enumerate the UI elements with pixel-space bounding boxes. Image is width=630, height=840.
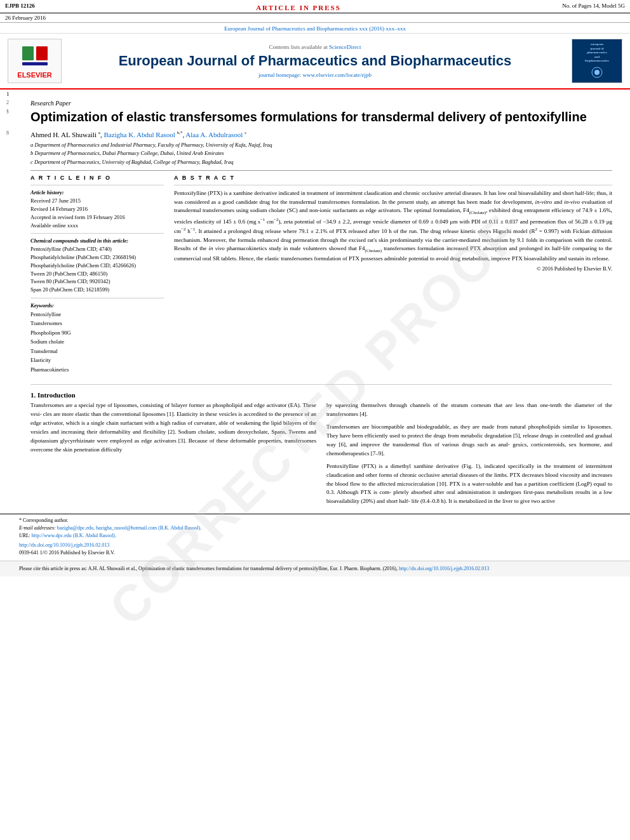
article-in-press-badge: ARTICLE IN PRESS — [35, 3, 562, 11]
citation-bar: Please cite this article in press as: A.… — [0, 561, 630, 577]
svg-rect-0 — [22, 46, 34, 60]
email-line: E-mail addresses: bazigha@dpc.edu, bazig… — [19, 524, 611, 532]
elsevier-logo-area: ELSEVIER — [8, 39, 65, 83]
citation-doi[interactable]: http://dx.doi.org/10.1016/j.ejpb.2016.02… — [399, 566, 489, 571]
divider-chem — [30, 233, 164, 234]
intro-col-left: Transfersomes are a special type of lipo… — [30, 401, 316, 506]
divider-abs — [174, 185, 612, 185]
line-num-8: 8 — [6, 130, 9, 136]
chem-5: Span 20 (PubChem CID; 16218599) — [30, 286, 164, 294]
abstract-header: A B S T R A C T — [174, 175, 612, 181]
authors-line: Ahmed H. AL Shuwaili a, Bazigha K. Abdul… — [30, 130, 612, 138]
available-date: Available online xxxx — [30, 222, 164, 230]
journal-id: EJPB 12126 — [5, 3, 35, 9]
top-header: EJPB 12126 ARTICLE IN PRESS No. of Pages… — [0, 0, 630, 13]
intro-text-right-2: Transfersomes are biocompatible and biod… — [326, 423, 612, 458]
kw-5: Elasticity — [30, 356, 164, 364]
page-number: 1 — [6, 91, 10, 97]
divider-ai — [30, 185, 164, 185]
elsevier-wordmark: ELSEVIER — [17, 71, 51, 79]
chemicals-group: Chemical compounds studied in this artic… — [30, 237, 164, 294]
revised-date: Revised 14 February 2016 — [30, 205, 164, 213]
intro-text-left: Transfersomes are a special type of lipo… — [30, 401, 316, 455]
accepted-date: Accepted in revised form 19 February 201… — [30, 213, 164, 222]
page-number-row: 1 — [0, 90, 630, 97]
chem-3: Tween 20 (PubChem CID; 486150) — [30, 270, 164, 278]
citation-text: Please cite this article in press as: A.… — [19, 566, 398, 571]
contents-note: Contents lists available at ScienceDirec… — [71, 44, 559, 50]
pages-model: No. of Pages 14, Model 5G — [562, 3, 625, 9]
article-info-col: A R T I C L E I N F O Article history: R… — [30, 175, 164, 378]
affiliation-c: c Department of Pharmaceutics, Universit… — [30, 158, 612, 167]
date-bar: 26 February 2016 — [0, 13, 630, 23]
kw-1: Transfersomes — [30, 319, 164, 328]
abstract-col: A B S T R A C T Pentoxifylline (PTX) is … — [174, 175, 612, 378]
footer-url[interactable]: http://www.dpc.edu (B.K. Abdul Rasool). — [32, 533, 116, 538]
affiliation-b: b Department of Pharmaceutics, Dubai Pha… — [30, 149, 612, 158]
footer: * Corresponding author. E-mail addresses… — [0, 514, 630, 558]
chem-0: Pentoxifylline (PubChem CID; 4740) — [30, 245, 164, 253]
divider-kw — [30, 298, 164, 298]
divider-1 — [30, 170, 612, 171]
sciencedirect-link[interactable]: ScienceDirect — [329, 44, 361, 50]
divider-body — [30, 384, 612, 385]
introduction-section: 1. Introduction Transfersomes are a spec… — [30, 391, 612, 506]
url-line: URL: http://www.dpc.edu (B.K. Abdul Raso… — [19, 532, 611, 540]
keywords-group: Keywords: Pentoxifylline Transfersomes P… — [30, 302, 164, 374]
received-date: Received 27 June 2015 — [30, 197, 164, 205]
elsevier-logo: ELSEVIER — [8, 39, 62, 83]
affiliations: a Department of Pharmaceutics and Indust… — [30, 141, 612, 167]
kw-4: Transdermal — [30, 347, 164, 356]
journal-banner: European Journal of Pharmaceutics and Bi… — [0, 23, 630, 34]
chemicals-label: Chemical compounds studied in this artic… — [30, 237, 164, 244]
ejpb-logo: europeanjournal ofpharmaceuticsandbiopha… — [572, 39, 622, 83]
intro-text-right: by squeezing themselves through channels… — [326, 401, 612, 419]
chem-4: Tween 80 (PubChem CID; 9920342) — [30, 277, 164, 286]
footer-copyright: 0939-641 1/© 2016 Published by Elsevier … — [19, 550, 611, 556]
journal-homepage: journal homepage: www.elsevier.com/locat… — [71, 72, 559, 78]
intro-heading: 1. Introduction — [30, 391, 76, 399]
journal-header: ELSEVIER Contents lists available at Sci… — [0, 34, 630, 90]
line-num-2: 2 — [6, 100, 9, 105]
corresponding-note: * Corresponding author. — [19, 517, 611, 524]
keywords-label: Keywords: — [30, 302, 164, 309]
journal-main-title: European Journal of Pharmaceutics and Bi… — [71, 53, 559, 69]
svg-rect-2 — [22, 62, 48, 65]
journal-title-block: Contents lists available at ScienceDirec… — [71, 44, 559, 78]
svg-point-4 — [594, 70, 600, 75]
affiliation-a: a Department of Pharmaceutics and Indust… — [30, 141, 612, 150]
abstract-text: Pentoxifylline (PTX) is a xanthine deriv… — [174, 189, 612, 263]
article-title: Optimization of elastic transfersomes fo… — [30, 109, 612, 125]
intro-col-right: by squeezing themselves through channels… — [326, 401, 612, 506]
copyright: © 2016 Published by Elsevier B.V. — [174, 265, 612, 272]
history-label: Article history: — [30, 189, 164, 196]
intro-text-right-3: Pentoxifylline (PTX) is a dimethyl xanth… — [326, 462, 612, 507]
chem-2: Phosphatidylcholine (PubChem CID; 452666… — [30, 262, 164, 270]
line-num-sec: § — [6, 109, 9, 114]
main-content: 2 Research Paper § Optimization of elast… — [0, 97, 630, 509]
kw-6: Pharmacokinetics — [30, 365, 164, 374]
keywords-list: Pentoxifylline Transfersomes Phospholipo… — [30, 310, 164, 374]
intro-body: Transfersomes are a special type of lipo… — [30, 401, 612, 506]
chem-1: Phosphatidylcholine (PubChem CID; 236681… — [30, 253, 164, 262]
kw-2: Phospholipon 90G — [30, 328, 164, 337]
emails[interactable]: bazigha@dpc.edu, bazigha_rasool@hotmail.… — [57, 525, 202, 531]
kw-3: Sodium cholate — [30, 337, 164, 346]
section-label: Research Paper — [30, 100, 71, 107]
history-group: Article history: Received 27 June 2015 R… — [30, 189, 164, 229]
footer-doi[interactable]: http://dx.doi.org/10.1016/j.ejpb.2016.02… — [19, 542, 611, 548]
svg-rect-1 — [36, 46, 48, 60]
kw-0: Pentoxifylline — [30, 310, 164, 319]
journal-full-name: European Journal of Pharmaceutics and Bi… — [224, 25, 406, 32]
article-info-abstract: A R T I C L E I N F O Article history: R… — [30, 175, 612, 378]
article-info-header: A R T I C L E I N F O — [30, 175, 164, 181]
journal-logo-right: europeanjournal ofpharmaceuticsandbiopha… — [565, 39, 622, 83]
